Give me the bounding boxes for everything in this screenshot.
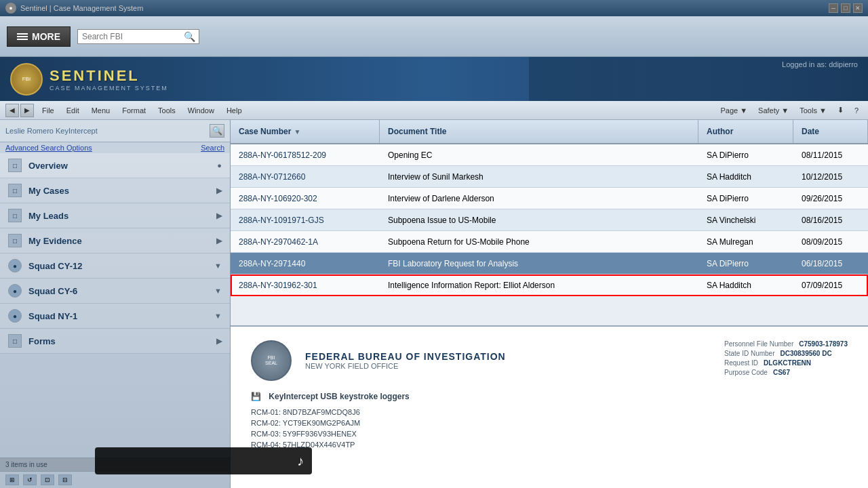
content-panel: Case Number ▼ Document Title Author Date… [231, 120, 868, 488]
cell-author: SA Vinchelski [698, 211, 793, 229]
cell-author: SA DiPierro [698, 190, 793, 207]
item-text-1: RCM-01: 8ND7BZAF9MCDQ8J6 [251, 408, 360, 416]
cell-case-number: 288A-NY-2970462-1A [231, 233, 380, 251]
cell-author: SA DiPierro [698, 255, 793, 272]
field-label-state-id: State ID Number [724, 350, 774, 357]
doc-field-state-id: State ID Number DC30839560 DC [724, 350, 848, 357]
sidebar-item-squad-ny1[interactable]: ● Squad NY-1 ▼ [0, 304, 230, 329]
col-header-doc-title[interactable]: Document Title [380, 120, 698, 143]
doc-org: FEDERAL BUREAU OF INVESTIGATION NEW YORK… [305, 340, 506, 381]
table-row[interactable]: 288A-NY-06178512-209 Opening EC SA DiPie… [231, 144, 868, 166]
logged-in-label: Logged in as: ddipierro [782, 60, 858, 68]
field-value-purpose-code: CS67 [773, 369, 790, 376]
sidebar-item-my-evidence[interactable]: □ My Evidence ▶ [0, 228, 230, 253]
advanced-search-link[interactable]: Advanced Search Options [5, 144, 92, 152]
sidebar-item-overview[interactable]: □ Overview ● [0, 153, 230, 178]
squad-ny1-arrow: ▼ [214, 312, 222, 320]
title-bar: ● Sentinel | Case Management System ─ □ … [0, 0, 868, 16]
search-box[interactable]: 🔍 [77, 29, 199, 44]
search-query-text: Leslie Romero KeyIntercept [5, 127, 98, 135]
sidebar-label-my-leads: My Leads [28, 211, 68, 221]
squad-cy6-arrow: ▼ [214, 287, 222, 295]
maximize-button[interactable]: □ [841, 3, 850, 13]
content-title-text: KeyIntercept USB keystroke loggers [269, 392, 409, 401]
cell-date: 10/12/2015 [793, 168, 868, 186]
menu-file[interactable]: File [38, 105, 58, 116]
table-row-highlighted[interactable]: 288A-NY-301962-301 Intelligence Informat… [231, 274, 868, 296]
search-input[interactable] [82, 32, 184, 41]
table-row[interactable]: 288A-NY-0712660 Interview of Sunil Marke… [231, 166, 868, 188]
table-row-selected[interactable]: 288A-NY-2971440 FBI Laboratory Request f… [231, 253, 868, 274]
col-header-author[interactable]: Author [698, 120, 793, 143]
doc-field-request-id: Request ID DLGKCTRENN [724, 359, 848, 367]
sidebar-search-btn[interactable]: 🔍 [210, 124, 224, 138]
bottom-icon-1[interactable]: ⊞ [5, 474, 19, 485]
search-link[interactable]: Search [201, 144, 224, 152]
menu-tools[interactable]: Tools [154, 105, 180, 116]
music-bar[interactable]: ♪ [95, 447, 312, 474]
doc-content-title: 💾 KeyIntercept USB keystroke loggers [251, 392, 848, 401]
download-icon[interactable]: ⬇ [833, 104, 848, 116]
bottom-icon-2[interactable]: ↺ [23, 474, 37, 485]
cell-doc-title: FBI Laboratory Request for Analysis [380, 255, 698, 272]
search-query: Leslie Romero KeyIntercept [5, 127, 98, 135]
cell-author: SA Hadditch [698, 168, 793, 186]
cell-author: SA Hadditch [698, 277, 793, 294]
bottom-icon-3[interactable]: ⊡ [41, 474, 54, 485]
cell-case-number: 288A-NY-0712660 [231, 168, 380, 186]
date-label: Date [802, 127, 819, 136]
page-label: Page ▼ [716, 105, 751, 116]
col-header-case-number[interactable]: Case Number ▼ [231, 120, 380, 143]
cell-doc-title: Subpoena Issue to US-Mobile [380, 211, 698, 229]
sentinel-title: SENTINEL [50, 67, 168, 85]
bottom-icon-4[interactable]: ⊟ [58, 474, 72, 485]
sidebar-label-forms: Forms [28, 336, 56, 346]
close-button[interactable]: ✕ [853, 3, 863, 13]
cell-date: 09/26/2015 [793, 190, 868, 207]
col-header-date[interactable]: Date [793, 120, 868, 143]
window-controls[interactable]: ─ □ ✕ [829, 3, 863, 13]
menu-help[interactable]: Help [222, 105, 246, 116]
org-sub: NEW YORK FIELD OFFICE [305, 362, 506, 370]
menu-window[interactable]: Window [184, 105, 218, 116]
safety-label: Safety ▼ [754, 105, 793, 116]
search-icon[interactable]: 🔍 [184, 31, 195, 42]
sidebar-item-forms[interactable]: □ Forms ▶ [0, 329, 230, 354]
cell-author: SA DiPierro [698, 146, 793, 164]
usb-icon: 💾 [251, 392, 261, 401]
more-button[interactable]: MORE [7, 26, 71, 47]
table-row[interactable]: 288A-NY-1091971-GJS Subpoena Issue to US… [231, 209, 868, 231]
doc-item-1: RCM-01: 8ND7BZAF9MCDQ8J6 [251, 408, 848, 416]
back-button[interactable]: ◀ [5, 104, 19, 117]
sidebar-item-squad-cy6[interactable]: ● Squad CY-6 ▼ [0, 279, 230, 304]
more-label: MORE [32, 31, 60, 42]
sidebar-label-squad-cy6: Squad CY-6 [28, 286, 77, 296]
table-row[interactable]: 288A-NY-106920-302 Interview of Darlene … [231, 188, 868, 209]
my-cases-icon: □ [8, 184, 22, 197]
menu-format[interactable]: Format [118, 105, 150, 116]
sidebar-label-squad-cy12: Squad CY-12 [28, 261, 82, 271]
sidebar: Leslie Romero KeyIntercept 🔍 Advanced Se… [0, 120, 231, 488]
fbi-seal: FBISEAL [251, 340, 292, 381]
music-note-icon: ♪ [297, 453, 304, 469]
sidebar-label-my-cases: My Cases [28, 186, 69, 196]
sentinel-logo: FBI SENTINEL CASE MANAGEMENT SYSTEM [10, 63, 168, 96]
sidebar-item-my-leads[interactable]: □ My Leads ▶ [0, 203, 230, 228]
sentinel-title-block: SENTINEL CASE MANAGEMENT SYSTEM [50, 67, 168, 92]
forms-icon: □ [8, 334, 22, 348]
author-label: Author [707, 127, 733, 136]
menu-menu[interactable]: Menu [87, 105, 115, 116]
doc-preview: FBISEAL FEDERAL BUREAU OF INVESTIGATION … [231, 325, 868, 488]
my-leads-icon: □ [8, 209, 22, 222]
sidebar-item-my-cases[interactable]: □ My Cases ▶ [0, 178, 230, 203]
sidebar-label-my-evidence: My Evidence [28, 236, 82, 246]
cell-case-number: 288A-NY-106920-302 [231, 190, 380, 207]
forward-button[interactable]: ▶ [20, 104, 34, 117]
table-row[interactable]: 288A-NY-2970462-1A Subpoena Return for U… [231, 231, 868, 253]
help-icon[interactable]: ? [850, 105, 863, 116]
doc-title-label: Document Title [388, 127, 446, 136]
menu-edit[interactable]: Edit [62, 105, 83, 116]
minimize-button[interactable]: ─ [829, 3, 838, 13]
sidebar-item-squad-cy12[interactable]: ● Squad CY-12 ▼ [0, 253, 230, 279]
squad-cy12-icon: ● [8, 259, 22, 272]
